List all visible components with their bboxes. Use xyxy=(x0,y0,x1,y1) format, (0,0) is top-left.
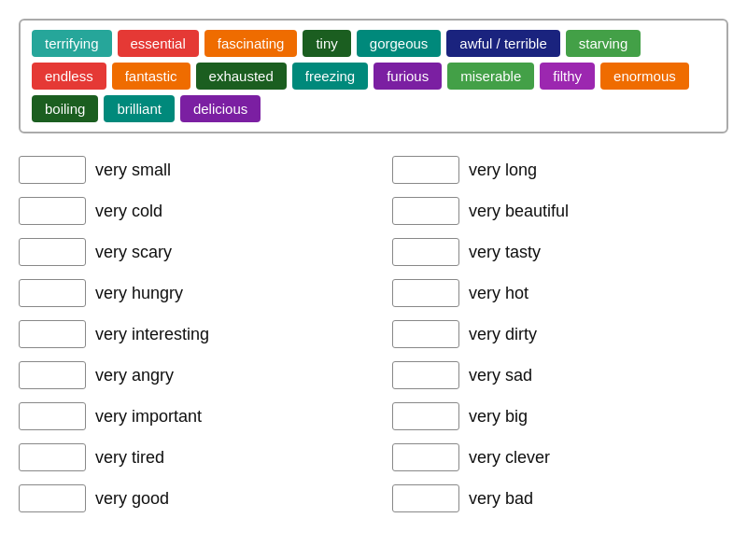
word-chip-10[interactable]: freezing xyxy=(292,63,368,90)
answer-input-left-5[interactable] xyxy=(19,361,86,389)
word-chip-6[interactable]: starving xyxy=(566,30,641,57)
word-chip-14[interactable]: enormous xyxy=(600,63,689,90)
left-row-3: very hungry xyxy=(19,279,355,307)
answer-input-left-0[interactable] xyxy=(19,156,86,184)
word-chip-1[interactable]: essential xyxy=(118,30,199,57)
answer-input-left-1[interactable] xyxy=(19,197,86,225)
left-column: very smallvery coldvery scaryvery hungry… xyxy=(19,156,355,525)
answer-input-right-6[interactable] xyxy=(392,402,459,430)
clue-text-right-5: very sad xyxy=(469,366,532,385)
clue-text-right-3: very hot xyxy=(469,284,529,303)
answer-input-right-5[interactable] xyxy=(392,361,459,389)
clue-text-left-7: very tired xyxy=(95,448,164,468)
right-row-6: very big xyxy=(392,402,728,430)
right-row-4: very dirty xyxy=(392,320,728,348)
right-row-1: very beautiful xyxy=(392,197,728,225)
answer-input-right-4[interactable] xyxy=(392,320,459,348)
answer-input-left-2[interactable] xyxy=(19,238,86,266)
clue-text-right-0: very long xyxy=(469,161,537,180)
answer-input-right-3[interactable] xyxy=(392,279,459,307)
clue-text-right-2: very tasty xyxy=(469,243,541,262)
word-chip-11[interactable]: furious xyxy=(374,63,442,90)
clue-text-left-6: very important xyxy=(95,407,202,427)
answer-input-left-8[interactable] xyxy=(19,484,86,512)
left-row-8: very good xyxy=(19,484,355,512)
answer-input-right-8[interactable] xyxy=(392,484,459,512)
clue-text-right-4: very dirty xyxy=(469,325,537,344)
word-chip-7[interactable]: endless xyxy=(32,63,106,90)
word-chip-15[interactable]: boiling xyxy=(32,95,98,122)
word-chip-16[interactable]: brilliant xyxy=(104,95,175,122)
word-chip-13[interactable]: filthy xyxy=(540,63,595,90)
answer-input-right-0[interactable] xyxy=(392,156,459,184)
word-chip-5[interactable]: awful / terrible xyxy=(446,30,559,57)
clue-text-right-1: very beautiful xyxy=(469,202,569,221)
clue-text-left-1: very cold xyxy=(95,202,162,221)
word-chip-17[interactable]: delicious xyxy=(180,95,261,122)
clue-text-right-7: very clever xyxy=(469,448,550,468)
right-row-0: very long xyxy=(392,156,728,184)
left-row-1: very cold xyxy=(19,197,355,225)
right-row-2: very tasty xyxy=(392,238,728,266)
clue-text-right-8: very bad xyxy=(469,489,533,509)
left-row-6: very important xyxy=(19,402,355,430)
answer-input-left-4[interactable] xyxy=(19,320,86,348)
clue-text-left-0: very small xyxy=(95,161,171,180)
left-row-7: very tired xyxy=(19,443,355,471)
clue-text-left-4: very interesting xyxy=(95,325,209,344)
right-column: very longvery beautifulvery tastyvery ho… xyxy=(392,156,728,525)
word-bank: terrifyingessentialfascinatingtinygorgeo… xyxy=(19,19,728,133)
right-row-8: very bad xyxy=(392,484,728,512)
right-row-3: very hot xyxy=(392,279,728,307)
answer-input-left-7[interactable] xyxy=(19,443,86,471)
answer-input-right-7[interactable] xyxy=(392,443,459,471)
word-chip-12[interactable]: miserable xyxy=(447,63,534,90)
right-row-5: very sad xyxy=(392,361,728,389)
left-row-0: very small xyxy=(19,156,355,184)
left-row-2: very scary xyxy=(19,238,355,266)
answer-input-left-6[interactable] xyxy=(19,402,86,430)
answer-input-right-1[interactable] xyxy=(392,197,459,225)
left-row-4: very interesting xyxy=(19,320,355,348)
left-row-5: very angry xyxy=(19,361,355,389)
word-chip-3[interactable]: tiny xyxy=(303,30,350,57)
word-chip-2[interactable]: fascinating xyxy=(204,30,298,57)
clue-text-left-5: very angry xyxy=(95,366,174,385)
word-chip-9[interactable]: exhausted xyxy=(196,63,287,90)
answer-input-left-3[interactable] xyxy=(19,279,86,307)
word-chip-8[interactable]: fantastic xyxy=(112,63,190,90)
right-row-7: very clever xyxy=(392,443,728,471)
exercise-grid: very smallvery coldvery scaryvery hungry… xyxy=(19,156,728,525)
clue-text-right-6: very big xyxy=(469,407,528,427)
word-chip-4[interactable]: gorgeous xyxy=(357,30,442,57)
word-chip-0[interactable]: terrifying xyxy=(32,30,112,57)
answer-input-right-2[interactable] xyxy=(392,238,459,266)
clue-text-left-8: very good xyxy=(95,489,169,509)
clue-text-left-2: very scary xyxy=(95,243,172,262)
clue-text-left-3: very hungry xyxy=(95,284,183,303)
